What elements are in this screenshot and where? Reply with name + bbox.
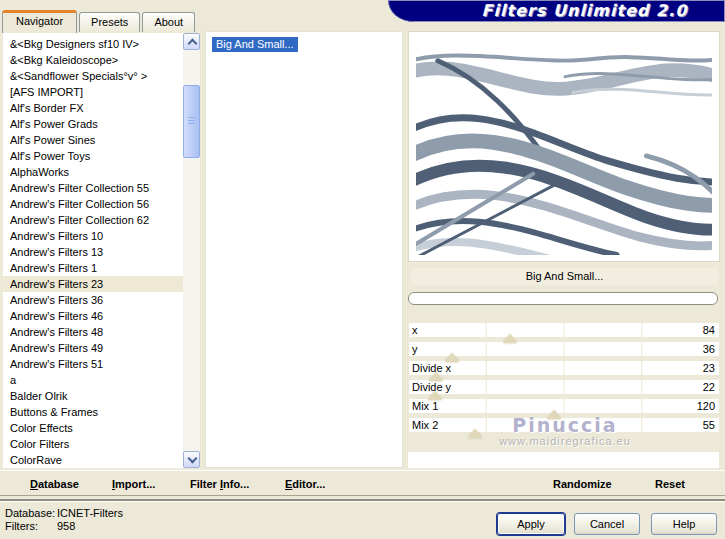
filter-item[interactable]: Big And Small... (212, 37, 298, 52)
category-item[interactable]: Andrew's Filters 13 (3, 244, 183, 260)
divider (0, 499, 725, 502)
slider-thumb[interactable] (503, 334, 517, 343)
category-item[interactable]: Andrew's Filter Collection 55 (3, 180, 183, 196)
window-title: Filters Unlimited 2.0 (458, 1, 711, 20)
category-item[interactable]: Andrew's Filters 10 (3, 228, 183, 244)
import-button[interactable]: Import... (112, 471, 155, 497)
database-button[interactable]: Database (30, 471, 79, 497)
slider-value: 120 (697, 400, 715, 412)
category-item[interactable]: Andrew's Filters 1 (3, 260, 183, 276)
slider-thumb[interactable] (445, 353, 459, 362)
scroll-grip-icon (188, 117, 195, 125)
filter-info-button[interactable]: Filter Info... (190, 471, 249, 497)
slider-value: 36 (703, 343, 715, 355)
category-scrollbar[interactable] (183, 33, 200, 468)
category-item[interactable]: Alf's Power Grads (3, 116, 183, 132)
filter-panel: Big And Small... x84y36Divide x23Divide … (408, 31, 722, 469)
category-item[interactable]: AlphaWorks (3, 164, 183, 180)
chevron-up-icon (188, 39, 198, 49)
scroll-track[interactable] (183, 50, 200, 451)
toolbar: Database Import... Filter Info... Editor… (0, 470, 725, 496)
slider-thumb[interactable] (429, 372, 443, 381)
category-item[interactable]: Andrew's Filters 36 (3, 292, 183, 308)
category-item[interactable]: Color Filters (3, 436, 183, 452)
category-item[interactable]: &<Sandflower Specials°v° > (3, 68, 183, 84)
status-filters-value: 958 (57, 520, 75, 532)
slider-value: 84 (703, 324, 715, 336)
slider-row[interactable]: Mix 1120 (408, 399, 719, 413)
slider-label: x (412, 324, 418, 336)
tab-about[interactable]: About (142, 12, 195, 32)
title-banner: Filters Unlimited 2.0 (388, 0, 725, 22)
slider-value: 55 (703, 419, 715, 431)
apply-button[interactable]: Apply (497, 513, 565, 535)
scroll-thumb[interactable] (183, 85, 200, 158)
slider-value: 22 (703, 381, 715, 393)
filter-list[interactable]: Big And Small... (205, 31, 403, 468)
slider-value: 23 (703, 362, 715, 374)
editor-button[interactable]: Editor... (285, 471, 325, 497)
progress-bar (408, 292, 718, 305)
category-item[interactable]: Alf's Power Toys (3, 148, 183, 164)
category-item[interactable]: ColorRave (3, 452, 183, 468)
slider-label: Mix 1 (412, 400, 438, 412)
category-item[interactable]: Alf's Power Sines (3, 132, 183, 148)
category-list[interactable]: &<Bkg Designers sf10 IV>&<Bkg Kaleidosco… (3, 33, 183, 468)
cancel-button[interactable]: Cancel (574, 513, 640, 535)
scroll-down-button[interactable] (183, 451, 200, 468)
slider-row[interactable]: y36 (408, 342, 719, 356)
category-item[interactable]: Andrew's Filters 49 (3, 340, 183, 356)
empty-parameter-strip (408, 452, 719, 468)
help-button[interactable]: Help (651, 513, 717, 535)
category-item[interactable]: [AFS IMPORT] (3, 84, 183, 100)
slider-label: Mix 2 (412, 419, 438, 431)
status-filters-label: Filters: (5, 520, 38, 532)
chevron-down-icon (188, 454, 198, 464)
category-item[interactable]: Buttons & Frames (3, 404, 183, 420)
category-item[interactable]: Andrew's Filter Collection 56 (3, 196, 183, 212)
category-item[interactable]: a (3, 372, 183, 388)
category-item[interactable]: Andrew's Filters 23 (3, 276, 183, 292)
tab-presets[interactable]: Presets (79, 12, 140, 32)
tab-bar: Navigator Presets About (2, 8, 197, 32)
slider-thumb[interactable] (547, 410, 561, 419)
category-item[interactable]: Balder Olrik (3, 388, 183, 404)
category-item[interactable]: Alf's Border FX (3, 100, 183, 116)
category-item[interactable]: Andrew's Filters 48 (3, 324, 183, 340)
slider-row[interactable]: Divide x23 (408, 361, 719, 375)
slider-thumb[interactable] (428, 391, 442, 400)
preview-image (416, 39, 712, 255)
category-item[interactable]: &<Bkg Kaleidoscope> (3, 52, 183, 68)
filters-unlimited-window: Filters Unlimited 2.0 Navigator Presets … (0, 0, 725, 539)
reset-button[interactable]: Reset (655, 471, 685, 497)
status-database-value: ICNET-Filters (57, 507, 123, 519)
selected-filter-label: Big And Small... (411, 268, 718, 285)
category-item[interactable]: Andrew's Filter Collection 62 (3, 212, 183, 228)
slider-row[interactable]: Mix 255 (408, 418, 719, 432)
status-database-label: Database: (5, 507, 55, 519)
category-item[interactable]: Andrew's Filters 51 (3, 356, 183, 372)
slider-label: y (412, 343, 418, 355)
preview-panel (408, 31, 720, 262)
slider-thumb[interactable] (468, 429, 482, 438)
slider-row[interactable]: x84 (408, 323, 719, 337)
category-item[interactable]: &<Bkg Designers sf10 IV> (3, 36, 183, 52)
category-item[interactable]: Andrew's Filters 46 (3, 308, 183, 324)
slider-rows: x84y36Divide x23Divide y22Mix 1120Mix 25… (408, 323, 719, 437)
scroll-up-button[interactable] (183, 33, 200, 50)
tab-navigator[interactable]: Navigator (2, 10, 77, 33)
slider-row[interactable]: Divide y22 (408, 380, 719, 394)
randomize-button[interactable]: Randomize (553, 471, 612, 497)
category-item[interactable]: Color Effects (3, 420, 183, 436)
